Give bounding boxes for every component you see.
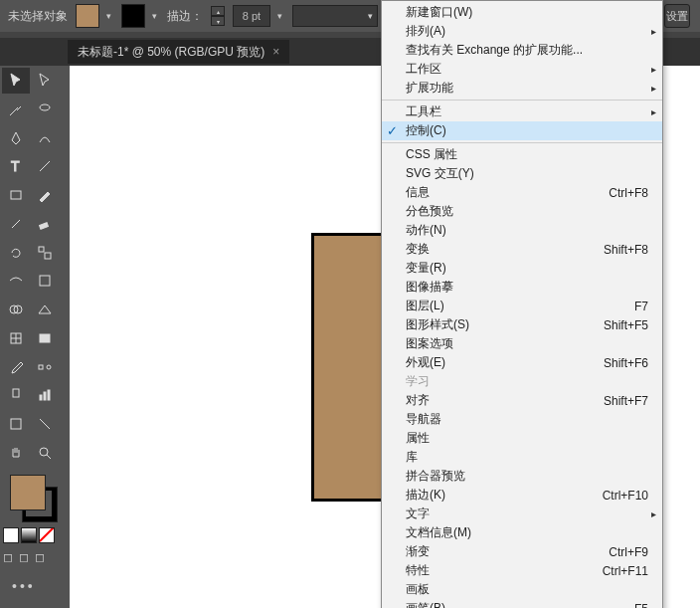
menu-stroke[interactable]: 描边(K)Ctrl+F10 (382, 486, 662, 505)
svg-rect-18 (44, 392, 46, 400)
mesh-tool[interactable] (2, 325, 30, 351)
selection-tool[interactable] (2, 68, 30, 94)
gradient-tool[interactable] (31, 325, 59, 351)
window-menu-dropdown: 新建窗口(W) 排列(A) 查找有关 Exchange 的扩展功能... 工作区… (381, 0, 663, 608)
svg-rect-20 (11, 419, 21, 429)
mode-none[interactable] (39, 527, 55, 543)
artboard-tool[interactable] (2, 411, 30, 437)
zoom-tool[interactable] (31, 440, 59, 466)
svg-rect-4 (40, 223, 49, 229)
scale-tool[interactable] (31, 240, 59, 266)
menu-navigator[interactable]: 导航器 (382, 410, 662, 429)
hand-tool[interactable] (2, 440, 30, 466)
menu-extensions[interactable]: 扩展功能 (382, 79, 662, 98)
type-tool[interactable]: T (2, 153, 30, 179)
menu-separator (382, 100, 662, 101)
direct-select-tool[interactable] (31, 68, 59, 94)
prefs-button-2[interactable]: 设置 (664, 4, 690, 28)
free-transform-tool[interactable] (31, 268, 59, 294)
menu-info[interactable]: 信息Ctrl+F8 (382, 183, 662, 202)
mode-gradient[interactable] (21, 527, 37, 543)
eyedropper-tool[interactable] (2, 354, 30, 380)
document-tab[interactable]: 未标题-1* @ 50% (RGB/GPU 预览) × (68, 40, 289, 64)
width-tool[interactable] (2, 268, 30, 294)
menu-separator (382, 142, 662, 143)
lasso-tool[interactable] (31, 97, 59, 122)
perspective-tool[interactable] (31, 297, 59, 322)
eraser-tool[interactable] (31, 211, 59, 237)
menu-actions[interactable]: 动作(N) (382, 221, 662, 240)
svg-point-21 (40, 448, 48, 456)
close-icon[interactable]: × (272, 45, 279, 59)
menu-libraries[interactable]: 库 (382, 448, 662, 467)
svg-rect-6 (45, 253, 51, 259)
menu-pattern-options[interactable]: 图案选项 (382, 334, 662, 353)
shaper-tool[interactable] (2, 211, 30, 237)
line-tool[interactable] (31, 153, 59, 179)
menu-learn: 学习 (382, 372, 662, 391)
tab-title: 未标题-1* @ 50% (RGB/GPU 预览) (78, 44, 264, 61)
svg-rect-17 (40, 395, 42, 400)
draw-normal[interactable]: ◻ (3, 550, 17, 564)
menu-svg[interactable]: SVG 交互(Y) (382, 164, 662, 183)
svg-rect-19 (48, 390, 50, 400)
curvature-tool[interactable] (31, 125, 59, 151)
shape-builder-tool[interactable] (2, 297, 30, 322)
fill-stroke-swatch[interactable] (10, 475, 58, 522)
magic-wand-tool[interactable] (2, 97, 30, 122)
symbol-sprayer-tool[interactable] (2, 382, 30, 408)
stroke-width-dd[interactable]: ▾ (272, 11, 286, 21)
graph-tool[interactable] (31, 382, 59, 408)
menu-new-window[interactable]: 新建窗口(W) (382, 3, 662, 22)
menu-transform[interactable]: 变换Shift+F8 (382, 240, 662, 259)
menu-attributes[interactable]: 属性 (382, 429, 662, 448)
menu-align[interactable]: 对齐Shift+F7 (382, 391, 662, 410)
svg-rect-13 (40, 334, 50, 342)
menu-graphic-styles[interactable]: 图形样式(S)Shift+F5 (382, 315, 662, 334)
fill-swatch[interactable] (76, 4, 99, 28)
draw-inside[interactable]: ◻ (35, 550, 49, 564)
menu-layers[interactable]: 图层(L)F7 (382, 297, 662, 315)
stroke-dropdown-icon[interactable]: ▾ (147, 11, 161, 21)
rect-tool[interactable] (2, 182, 30, 208)
svg-text:T: T (11, 158, 20, 174)
menu-document-info[interactable]: 文档信息(M) (382, 523, 662, 542)
menu-artboards[interactable]: 画板 (382, 580, 662, 599)
menu-appearance[interactable]: 外观(E)Shift+F6 (382, 353, 662, 372)
stroke-label: 描边： (167, 8, 203, 25)
profile-dropdown[interactable]: ▾ (292, 5, 378, 27)
rotate-tool[interactable] (2, 240, 30, 266)
menu-image-trace[interactable]: 图像描摹 (382, 278, 662, 297)
svg-point-15 (47, 365, 51, 369)
tools-panel: T ◻ ◻ ◻ (0, 66, 70, 608)
menu-brushes[interactable]: 画笔(B)F5 (382, 599, 662, 608)
svg-point-0 (40, 104, 50, 110)
stroke-width-input[interactable]: 8 pt (233, 5, 270, 27)
color-mode-row (2, 526, 68, 546)
draw-behind[interactable]: ◻ (19, 550, 33, 564)
menu-css-properties[interactable]: CSS 属性 (382, 145, 662, 164)
fill-dropdown-icon[interactable]: ▾ (101, 11, 115, 21)
menu-exchange[interactable]: 查找有关 Exchange 的扩展功能... (382, 41, 662, 60)
menu-variables[interactable]: 变量(R) (382, 259, 662, 278)
pen-tool[interactable] (2, 125, 30, 151)
menu-gradient[interactable]: 渐变Ctrl+F9 (382, 542, 662, 561)
menu-arrange[interactable]: 排列(A) (382, 22, 662, 41)
menu-properties[interactable]: 特性Ctrl+F11 (382, 561, 662, 580)
stroke-swatch[interactable] (121, 4, 145, 28)
menu-workspace[interactable]: 工作区 (382, 60, 662, 79)
svg-rect-14 (39, 365, 43, 369)
mode-color[interactable] (3, 527, 19, 543)
blend-tool[interactable] (31, 354, 59, 380)
slice-tool[interactable] (31, 411, 59, 437)
menu-sep-preview[interactable]: 分色预览 (382, 202, 662, 221)
menu-flattener[interactable]: 拼合器预览 (382, 467, 662, 486)
screen-mode-row: ◻ ◻ ◻ (2, 549, 68, 567)
edit-toolbar-icon[interactable]: ••• (2, 568, 68, 606)
menu-control[interactable]: 控制(C) (382, 121, 662, 140)
menu-toolbar[interactable]: 工具栏 (382, 102, 662, 121)
brush-tool[interactable] (31, 182, 59, 208)
menu-type[interactable]: 文字 (382, 505, 662, 523)
stroke-spinner[interactable]: ▴▾ (211, 6, 225, 26)
svg-line-22 (47, 455, 51, 459)
